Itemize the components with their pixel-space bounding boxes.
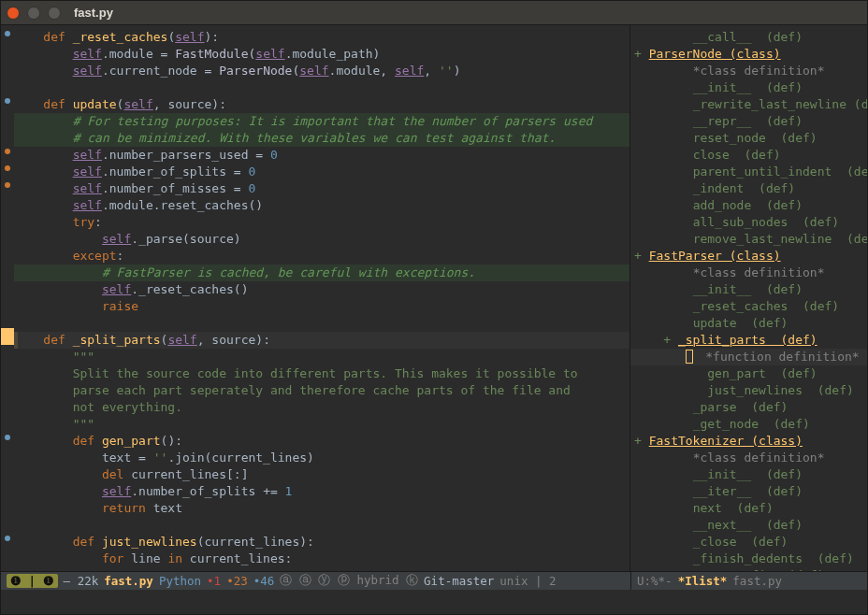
- code-line[interactable]: self.number_of_splits = 0: [14, 164, 629, 180]
- code-line[interactable]: return text: [14, 500, 629, 517]
- code-line[interactable]: self._parse(source): [14, 231, 629, 248]
- file-name: fast.py: [104, 574, 153, 588]
- outline-item[interactable]: + FastTokenizer (class): [630, 433, 867, 450]
- window-frame: fast.py def _reset_caches(self): self.mo…: [0, 0, 868, 615]
- outline-item[interactable]: _close (def): [630, 534, 867, 551]
- code-line[interactable]: def gen_part():: [14, 433, 629, 450]
- outline-item[interactable]: *class definition*: [630, 63, 867, 79]
- code-line[interactable]: # For testing purposes: It is important …: [14, 113, 629, 130]
- outline-item[interactable]: add_node (def): [630, 197, 867, 214]
- code-line[interactable]: self.number_of_misses = 0: [14, 180, 629, 197]
- breakpoint-dot[interactable]: [5, 536, 10, 541]
- major-mode: Python: [159, 574, 201, 588]
- code-line[interactable]: not everything.: [14, 399, 629, 416]
- code-line[interactable]: parse each part seperately and therefore…: [14, 382, 629, 399]
- outline-item[interactable]: parent_until_indent (def): [630, 164, 867, 180]
- code-line[interactable]: # can be minimized. With these variables…: [14, 130, 629, 147]
- code-line[interactable]: self.module = FastModule(self.module_pat…: [14, 46, 629, 63]
- modelines: ❶ | ❶ — 22k fast.py Python •1 •23 •46 ⓐ …: [1, 571, 867, 590]
- code-line[interactable]: self._reset_caches(): [14, 281, 629, 298]
- outline-item[interactable]: gen_part (def): [630, 365, 867, 382]
- outline-file: fast.py: [732, 574, 782, 588]
- breakpoint-dot[interactable]: [5, 165, 10, 171]
- code-line[interactable]: """: [14, 416, 629, 433]
- breakpoint-dot[interactable]: [5, 435, 10, 440]
- outline-item[interactable]: _parse (def): [630, 399, 867, 416]
- code-line[interactable]: [14, 517, 629, 534]
- code-line[interactable]: raise: [14, 298, 629, 315]
- code-line[interactable]: def update(self, source):: [14, 96, 629, 113]
- outline-item[interactable]: __next__ (def): [630, 517, 867, 534]
- outline-item[interactable]: __init__ (def): [630, 79, 867, 96]
- code-line[interactable]: self.current_node = ParserNode(self.modu…: [14, 63, 629, 79]
- code-line[interactable]: text = ''.join(current_lines): [14, 450, 629, 466]
- code-line[interactable]: Split the source code into different par…: [14, 365, 629, 382]
- code-area[interactable]: def _reset_caches(self): self.module = F…: [14, 25, 629, 571]
- minimize-icon[interactable]: [27, 7, 40, 20]
- gutter[interactable]: [1, 25, 14, 571]
- code-line[interactable]: [14, 79, 629, 96]
- outline-item[interactable]: just_newlines (def): [630, 382, 867, 399]
- editor-pane[interactable]: def _reset_caches(self): self.module = F…: [1, 25, 630, 571]
- outline-item[interactable]: update (def): [630, 315, 867, 332]
- minibuffer[interactable]: [1, 590, 867, 614]
- code-line[interactable]: def _split_parts(self, source):: [14, 332, 629, 349]
- code-line[interactable]: [14, 315, 629, 332]
- buffer-name: *Ilist*: [678, 574, 728, 588]
- breakpoint-dot[interactable]: [5, 182, 10, 188]
- breakpoint-dot[interactable]: [5, 149, 10, 154]
- close-icon[interactable]: [7, 7, 20, 20]
- code-line[interactable]: for line in current_lines:: [14, 551, 629, 567]
- flycheck-info: •46: [253, 574, 275, 588]
- outline-item[interactable]: __call__ (def): [630, 29, 867, 46]
- outline-item[interactable]: _get_node (def): [630, 416, 867, 433]
- outline-item[interactable]: _reset_caches (def): [630, 298, 867, 315]
- modeline-left[interactable]: ❶ | ❶ — 22k fast.py Python •1 •23 •46 ⓐ …: [1, 572, 630, 590]
- vc-branch: Git-master: [424, 574, 494, 588]
- outline-pane[interactable]: __call__ (def)+ ParserNode (class) *clas…: [630, 25, 867, 571]
- flycheck-warnings: •23: [226, 574, 248, 588]
- code-line[interactable]: # FastParser is cached, be careful with …: [14, 265, 629, 281]
- outline-item[interactable]: all_sub_nodes (def): [630, 214, 867, 231]
- scroll-pos: — 22k: [64, 574, 99, 588]
- outline-item[interactable]: __init__ (def): [630, 281, 867, 298]
- outline-item[interactable]: + _split_parts (def): [630, 332, 867, 349]
- outline-item[interactable]: *class definition*: [630, 265, 867, 281]
- window-title: fast.py: [74, 6, 113, 20]
- outline-item[interactable]: *class definition*: [630, 450, 867, 466]
- outline-item[interactable]: __repr__ (def): [630, 113, 867, 130]
- workspace: def _reset_caches(self): self.module = F…: [1, 25, 867, 571]
- outline-item[interactable]: _indent (def): [630, 180, 867, 197]
- code-line[interactable]: """: [14, 349, 629, 365]
- outline-item[interactable]: next (def): [630, 500, 867, 517]
- outline-item[interactable]: remove_last_newline (def): [630, 231, 867, 248]
- modeline-right[interactable]: U:%*- *Ilist* fast.py: [630, 572, 867, 590]
- minor-modes: ⓐ ⓐ ⓨ ⓟ hybrid ⓚ: [280, 573, 418, 589]
- code-line[interactable]: def _reset_caches(self):: [14, 29, 629, 46]
- encoding: unix | 2: [499, 574, 556, 588]
- code-line[interactable]: try:: [14, 214, 629, 231]
- code-line[interactable]: self.module.reset_caches(): [14, 197, 629, 214]
- outline-item[interactable]: + FastParser (class): [630, 248, 867, 265]
- breakpoint-dot[interactable]: [5, 334, 10, 339]
- outline-item[interactable]: reset_node (def): [630, 130, 867, 147]
- outline-item[interactable]: __init__ (def): [630, 466, 867, 483]
- breakpoint-dot[interactable]: [5, 98, 10, 104]
- outline-item[interactable]: _rewrite_last_newline (def): [630, 96, 867, 113]
- titlebar[interactable]: fast.py: [1, 1, 867, 25]
- outline-item[interactable]: + ParserNode (class): [630, 46, 867, 63]
- code-line[interactable]: def just_newlines(current_lines):: [14, 534, 629, 551]
- code-line[interactable]: self.number_of_splits += 1: [14, 483, 629, 500]
- code-line[interactable]: except:: [14, 248, 629, 265]
- breakpoint-dot[interactable]: [5, 31, 10, 36]
- code-line[interactable]: del current_lines[:]: [14, 466, 629, 483]
- outline-item[interactable]: __iter__ (def): [630, 483, 867, 500]
- outline-item[interactable]: _finish_dedents (def): [630, 551, 867, 567]
- maximize-icon[interactable]: [48, 7, 61, 20]
- outline-item[interactable]: *function definition*: [630, 349, 867, 365]
- code-line[interactable]: self.number_parsers_used = 0: [14, 147, 629, 164]
- flycheck-errors: •1: [207, 574, 221, 588]
- outline-item[interactable]: close (def): [630, 147, 867, 164]
- buffer-indicator: ❶ | ❶: [7, 574, 58, 588]
- buffer-state: U:%*-: [637, 574, 673, 588]
